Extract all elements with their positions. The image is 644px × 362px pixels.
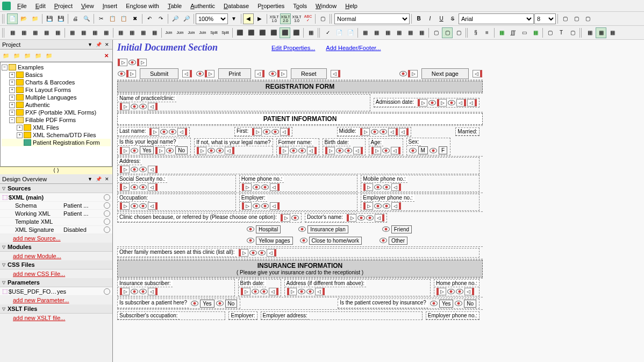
menu-database[interactable]: Database [219, 2, 253, 10]
prop-param[interactable]: ⬚$USE_PDF_FORMyes [0, 287, 112, 296]
panel-pin-icon[interactable]: 📌 [95, 176, 103, 182]
tb-ins5[interactable]: ▭ [519, 27, 529, 38]
menu-project[interactable]: Project [50, 2, 77, 10]
tb-align2[interactable]: ⬛ [246, 27, 256, 38]
section-modules[interactable]: ▽Modules [0, 243, 112, 252]
tree-item[interactable]: +Fix Layout Forms [2, 86, 111, 94]
tb-underline[interactable]: U [436, 13, 447, 24]
tb-ins7[interactable]: ▢ [545, 27, 555, 38]
tb-proj3[interactable]: 📁 [23, 51, 32, 60]
section-css[interactable]: ▽CSS Files [0, 260, 112, 269]
field-admission-date[interactable]: Admission date: ▷▷◁◁ [374, 98, 480, 108]
tb-redo[interactable]: ↷ [155, 13, 166, 24]
tb-join4[interactable]: Join [197, 27, 208, 38]
toolbar-grip[interactable] [2, 28, 5, 38]
tree-item[interactable]: +Authentic [2, 101, 111, 109]
tb-view3[interactable]: ▦ [607, 27, 618, 38]
tb-ins4[interactable]: ∭ [507, 27, 518, 38]
print-button[interactable]: Print [218, 68, 251, 79]
tb-save[interactable]: 💾 [44, 13, 55, 24]
tb-xslt2[interactable]: XSLT2.0 [280, 13, 291, 24]
tb-align4[interactable]: ⬛ [268, 27, 279, 38]
tb-print[interactable]: 🖨 [70, 13, 81, 24]
toolbar-grip[interactable] [579, 28, 583, 38]
field-mobile-phone[interactable]: Mobile phone no.:▷◁ [361, 175, 480, 192]
tb-table2[interactable]: ▦ [18, 27, 29, 38]
toolbar-grip[interactable] [2, 14, 5, 24]
add-xslt-link[interactable]: add new XSLT file... [0, 314, 112, 322]
menu-insert[interactable]: Insert [98, 2, 122, 10]
tree-item[interactable]: +XML Files [2, 124, 111, 131]
tb-table13[interactable]: ▦ [149, 27, 160, 38]
field-home-phone[interactable]: Home phone no.:▷◁ [239, 175, 358, 192]
field-middle-name[interactable]: Middle:▷◁◁ [337, 127, 411, 137]
tb-auth2[interactable]: 📄 [334, 27, 345, 38]
tree-item[interactable]: +Charts & Barcodes [2, 79, 111, 86]
section-parameters[interactable]: ▽Parameters [0, 278, 112, 287]
tb-align5[interactable]: ⬛ [280, 27, 290, 38]
menu-tools[interactable]: Tools [289, 2, 311, 10]
menu-help[interactable]: Help [341, 2, 362, 10]
field-married[interactable]: Married: [455, 127, 480, 136]
tb-ins3[interactable]: ▦ [496, 27, 507, 38]
tb-preview[interactable]: 🔍 [81, 13, 92, 24]
tb-align1[interactable]: ⬛ [234, 27, 245, 38]
field-birth-date[interactable]: Birth date:▷◁ [323, 138, 366, 155]
tb-table12[interactable]: ▦ [138, 27, 148, 38]
tb-table9[interactable]: ▦ [101, 27, 111, 38]
tb-proj2[interactable]: 📁 [12, 51, 22, 60]
panel-close-icon[interactable]: ✕ [104, 42, 110, 47]
tb-marker1[interactable]: ◀ [243, 13, 254, 24]
reset-button[interactable]: Reset [291, 68, 327, 79]
field-occupation[interactable]: Occupation:▷◁ [117, 194, 236, 211]
field-sub-occupation[interactable]: Subscriber's occupation: [117, 311, 225, 320]
tb-table7[interactable]: ▦ [78, 27, 89, 38]
tb-bold[interactable]: B [413, 13, 424, 24]
tb-auth4[interactable]: ▦ [360, 27, 370, 38]
radio-yellow-pages[interactable]: Yellow pages [256, 237, 293, 245]
tb-table6[interactable]: ▦ [67, 27, 77, 38]
tb-undo[interactable]: ↶ [144, 13, 155, 24]
tb-proj5[interactable]: 📁 [44, 51, 54, 60]
tb-split1[interactable]: Split [209, 27, 219, 38]
tb-auth9[interactable]: ▦ [416, 27, 427, 38]
field-employer-phone[interactable]: Employer phone no.:▷◁ [361, 194, 480, 211]
tb-box3[interactable]: ▢ [582, 13, 593, 24]
tb-cut[interactable]: ✂ [96, 13, 106, 24]
tb-find[interactable]: 🔎 [170, 13, 181, 24]
tb-join2[interactable]: Join [175, 27, 185, 38]
field-family-members[interactable]: Other family members seen at this clinic… [117, 248, 480, 258]
menu-edit[interactable]: Edit [31, 2, 50, 10]
font-combo[interactable]: Arial [459, 13, 534, 24]
radio-friend[interactable]: Friend [391, 225, 412, 233]
add-source-link[interactable]: add new Source... [0, 234, 112, 243]
field-sub-emp-phone[interactable]: Employer phone no.: [426, 311, 480, 320]
tree-item[interactable]: −Fillable PDF Forms [2, 116, 111, 124]
tb-proj1[interactable]: 📁 [1, 51, 11, 60]
panel-pin-icon[interactable]: 📌 [95, 42, 103, 47]
tb-marker2[interactable]: ▶ [254, 13, 265, 24]
section-sources[interactable]: ▽Sources [0, 184, 112, 193]
tb-table5[interactable]: ▦ [52, 27, 63, 38]
tb-proj4[interactable]: 📁 [33, 51, 43, 60]
tb-ins2[interactable]: ≡ [482, 27, 492, 38]
menu-properties[interactable]: Properties [253, 2, 289, 10]
tb-auth5[interactable]: ▦ [371, 27, 382, 38]
field-sub-employer[interactable]: Employer: [228, 311, 257, 320]
panel-close-icon[interactable]: ✕ [104, 176, 110, 182]
section-xslt[interactable]: ▽XSLT Files [0, 304, 112, 314]
tb-table11[interactable]: ▦ [126, 27, 137, 38]
tb-replace[interactable]: 🔎 [181, 13, 192, 24]
tb-ins9[interactable]: ▢ [567, 27, 578, 38]
field-ins-home-phone[interactable]: Home phone no.:▷◁ [434, 279, 480, 296]
tb-table4[interactable]: ▦ [41, 27, 52, 38]
field-sex[interactable]: Sex:MF [406, 138, 450, 155]
tb-auth8[interactable]: ▦ [405, 27, 416, 38]
style-combo[interactable]: Normal [334, 13, 410, 24]
tb-misc1[interactable]: ▢ [317, 13, 328, 24]
zoom-combo[interactable]: 100% [196, 13, 228, 24]
menu-enclose[interactable]: Enclose with [121, 2, 163, 10]
radio-close-to-home[interactable]: Close to home/work [309, 237, 362, 245]
tb-table1[interactable]: ▦ [7, 27, 18, 38]
field-ssn[interactable]: Social Security no.:▷◁ [117, 175, 236, 192]
